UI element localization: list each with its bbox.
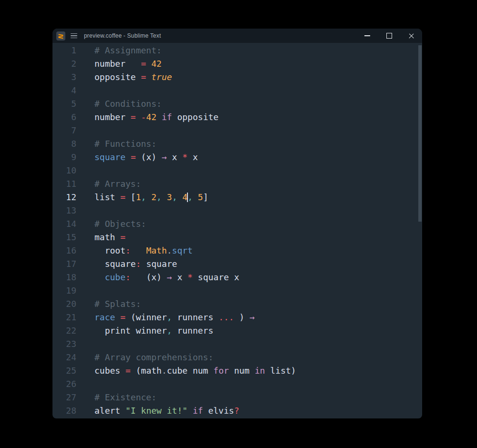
code-line-text: square: square [76,257,177,271]
code-line[interactable]: 25cubes = (math.cube num for num in list… [52,364,422,377]
code-line-text [76,204,94,217]
code-line[interactable]: 24# Array comprehensions: [52,351,422,364]
line-number: 8 [52,137,76,151]
code-line-text: # Assignment: [76,44,162,57]
line-number: 25 [52,364,76,377]
code-line[interactable]: 20# Splats: [52,297,422,311]
code-line[interactable]: 7 [52,124,422,137]
code-line-text: # Conditions: [76,97,162,111]
code-line-text: opposite = true [76,71,172,84]
window-title: preview.coffee - Sublime Text [84,32,161,39]
code-line-text: print winner, runners [76,324,213,337]
code-line[interactable]: 15math = [52,231,422,244]
code-line[interactable]: 23 [52,337,422,351]
code-line[interactable]: 16 root: Math.sqrt [52,244,422,257]
code-line-text: root: Math.sqrt [76,244,193,257]
code-line-text [76,377,94,391]
line-number: 5 [52,97,76,111]
code-line[interactable]: 10 [52,164,422,177]
code-line-text: # Splats: [76,297,141,311]
code-line-text: # Array comprehensions: [76,351,213,364]
desktop-background: preview.coffee - Sublime Text 1# Assignm… [0,0,477,448]
maximize-button[interactable] [378,29,400,43]
code-line[interactable]: 2number = 42 [52,57,422,71]
code-line-text: # Objects: [76,217,146,231]
line-number: 16 [52,244,76,257]
code-line-text: # Arrays: [76,177,141,191]
title-bar[interactable]: preview.coffee - Sublime Text [52,29,422,43]
line-number: 20 [52,297,76,311]
code-line[interactable]: 27# Existence: [52,391,422,404]
code-line[interactable]: 11# Arrays: [52,177,422,191]
close-button[interactable] [400,29,422,43]
code-line[interactable]: 13 [52,204,422,217]
code-line-text: # Existence: [76,391,156,404]
code-line-text: # Functions: [76,137,156,151]
minimize-button[interactable] [356,29,378,43]
code-line-text: cube: (x) → x * square x [76,271,239,284]
code-line-text: list = [1, 2, 3, 4, 5] [76,191,208,204]
code-line[interactable]: 19 [52,284,422,297]
sublime-logo-glyph [57,32,64,40]
code-line[interactable]: 28alert "I knew it!" if elvis? [52,404,422,417]
code-line-text: number = -42 if opposite [76,111,218,124]
line-number: 13 [52,204,76,217]
code-line[interactable]: 6number = -42 if opposite [52,111,422,124]
line-number: 22 [52,324,76,337]
sublime-window: preview.coffee - Sublime Text 1# Assignm… [52,29,422,418]
line-number: 18 [52,271,76,284]
code-line[interactable]: 4 [52,84,422,97]
line-number: 3 [52,71,76,84]
line-number: 10 [52,164,76,177]
code-line-text [76,284,94,297]
line-number: 9 [52,151,76,164]
code-line[interactable]: 8# Functions: [52,137,422,151]
line-number: 19 [52,284,76,297]
scrollbar-thumb[interactable] [418,45,422,222]
code-line-text [76,337,94,351]
line-number: 15 [52,231,76,244]
code-line[interactable]: 18 cube: (x) → x * square x [52,271,422,284]
code-line-text: cubes = (math.cube num for num in list) [76,364,296,377]
code-line-text: alert "I knew it!" if elvis? [76,404,239,417]
line-number: 2 [52,57,76,71]
line-number: 23 [52,337,76,351]
line-number: 11 [52,177,76,191]
line-number: 27 [52,391,76,404]
code-editor[interactable]: 1# Assignment:2number = 423opposite = tr… [52,43,422,418]
code-line[interactable]: 9square = (x) → x * x [52,151,422,164]
line-number: 7 [52,124,76,137]
code-line[interactable]: 5# Conditions: [52,97,422,111]
line-number: 4 [52,84,76,97]
code-line-text [76,84,94,97]
code-line-text [76,124,94,137]
code-line[interactable]: 26 [52,377,422,391]
code-line[interactable]: 12list = [1, 2, 3, 4, 5] [52,191,422,204]
code-line[interactable]: 22 print winner, runners [52,324,422,337]
code-line-text: math = [76,231,125,244]
code-line-text: square = (x) → x * x [76,151,198,164]
code-line[interactable]: 3opposite = true [52,71,422,84]
sublime-text-logo-icon [56,31,65,41]
line-number: 28 [52,404,76,417]
code-line[interactable]: 1# Assignment: [52,44,422,57]
code-line-text [76,164,94,177]
line-number: 17 [52,257,76,271]
code-line[interactable]: 21race = (winner, runners ... ) → [52,311,422,324]
line-number: 24 [52,351,76,364]
line-number: 12 [52,191,76,204]
code-line[interactable]: 17 square: square [52,257,422,271]
code-line-text: number = 42 [76,57,162,71]
line-number: 21 [52,311,76,324]
code-line-text: race = (winner, runners ... ) → [76,311,255,324]
minimize-icon [364,35,370,36]
code-lines-container: 1# Assignment:2number = 423opposite = tr… [52,44,422,417]
line-number: 6 [52,111,76,124]
line-number: 14 [52,217,76,231]
line-number: 1 [52,44,76,57]
menu-hamburger-icon[interactable] [71,33,77,39]
code-line[interactable]: 14# Objects: [52,217,422,231]
maximize-icon [386,33,392,39]
close-icon [408,33,415,39]
line-number: 26 [52,377,76,391]
